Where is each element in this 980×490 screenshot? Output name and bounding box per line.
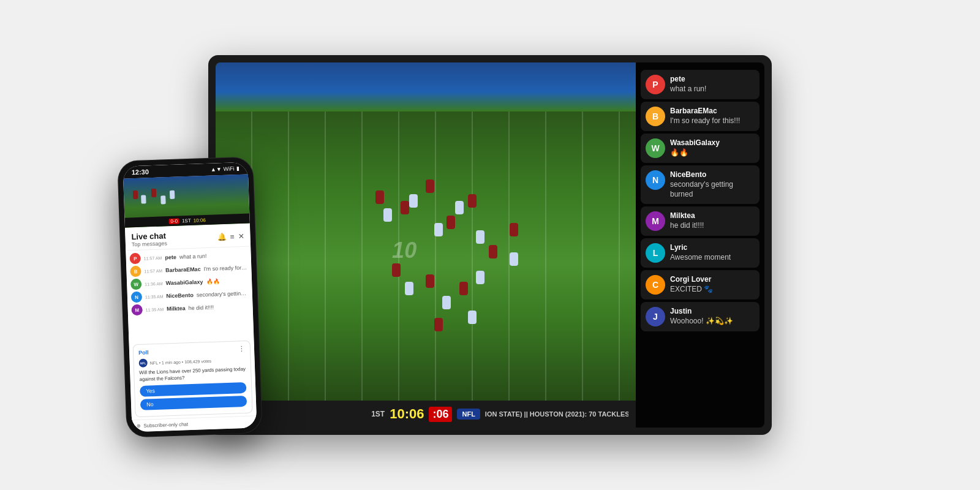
video-player-dot	[160, 195, 165, 204]
tv-avatar: B	[646, 107, 665, 126]
tv-msg-content: Lyric Awesome moment	[670, 243, 731, 263]
phone-chat-subtitle: Top messages	[132, 240, 167, 247]
tv-avatar: N	[646, 170, 665, 190]
tv-msg-text: I'm so ready for this!!!	[670, 116, 740, 126]
filter-icon[interactable]: ≡	[230, 232, 234, 241]
tv-msg-text: Awesome moment	[670, 253, 731, 263]
tv-msg-text: Woohooo! ✨💫✨	[670, 317, 733, 326]
poll-meta-text: NFL • 1 min ago • 108,429 votes	[150, 359, 212, 365]
player	[409, 194, 418, 208]
tv-msg-username: pete	[670, 75, 706, 83]
phone-period: 1ST	[182, 217, 191, 224]
subscriber-badge-icon: ⊛	[137, 423, 141, 429]
poll-meta: NFL NFL • 1 min ago • 108,429 votes	[138, 355, 245, 368]
phone-live-chat: Live chat Top messages 🔔 ≡ ✕ P 11:57 AM …	[125, 224, 257, 432]
phone-msg-user: pete	[165, 254, 176, 261]
tv-msg-username: Corgi Lover	[670, 275, 713, 284]
score-clock: :06	[429, 407, 452, 422]
phone-msg-time: 11:57 AM	[144, 255, 162, 260]
scene: 10	[61, 24, 919, 466]
tv-msg-content: Corgi Lover EXCITED 🐾	[670, 275, 713, 295]
tv-msg-username: Milktea	[670, 211, 704, 220]
tv-avatar: L	[646, 243, 665, 263]
tv-msg-content: Justin Woohooo! ✨💫✨	[670, 307, 733, 326]
player	[459, 282, 468, 295]
phone-frame: 12:30 ▲▼ WiFi ▮ 0-0	[118, 157, 262, 437]
phone-msg-text: secondary's getting burned	[197, 290, 249, 298]
phone-msg-user: Milktea	[167, 305, 186, 312]
poll-question: Will the Lions have over 250 yards passi…	[139, 366, 246, 383]
tv-msg-username: WasabiGalaxy	[670, 138, 720, 147]
tv-msg-content: WasabiGalaxy 🔥🔥	[670, 138, 720, 158]
poll-more-button[interactable]: ⋮	[238, 345, 245, 353]
tv-msg-text: secondary's getting burned	[670, 180, 755, 199]
tv-msg-content: Milktea he did it!!!!	[670, 211, 704, 231]
nfl-logo: NFL	[457, 409, 480, 420]
phone-msg-time: 11:35 AM	[145, 294, 164, 299]
wifi-icon: WiFi	[224, 165, 235, 172]
tv-chat-sidebar: P pete what a run! B BarbaraEMac I'm so …	[636, 62, 764, 428]
phone-msg-user: BarbaraEMac	[165, 266, 201, 273]
video-player-dot	[141, 195, 146, 203]
player	[442, 296, 451, 309]
player	[455, 201, 464, 214]
video-player-dot	[151, 189, 156, 197]
phone-msg-text: 🔥🔥	[206, 278, 219, 285]
phone-status-icons: ▲▼ WiFi ▮	[211, 165, 239, 173]
tv-msg-content: pete what a run!	[670, 75, 706, 94]
phone-avatar: B	[130, 266, 141, 277]
phone-msg-text: I'm so ready for this!!!	[203, 265, 247, 273]
subscriber-text: Subscriber-only chat	[143, 421, 188, 429]
nfl-badge: NFL	[138, 359, 147, 368]
phone-device: 12:30 ▲▼ WiFi ▮ 0-0	[118, 157, 262, 437]
tv-msg-text: EXCITED 🐾	[670, 285, 713, 295]
player	[510, 223, 518, 236]
phone-avatar: P	[129, 253, 141, 265]
tv-frame: 10	[208, 55, 772, 435]
tv-msg-content: BarbaraEMac I'm so ready for this!!!	[670, 107, 740, 126]
player	[383, 208, 392, 222]
poll-option-no[interactable]: No	[140, 396, 247, 410]
player	[426, 179, 434, 193]
tv-avatar: C	[646, 275, 665, 295]
tv-chat-message: J Justin Woohooo! ✨💫✨	[641, 302, 760, 331]
tv-msg-username: BarbaraEMac	[670, 107, 740, 115]
poll-header: Poll ⋮	[138, 345, 245, 356]
tv-chat-message: L Lyric Awesome moment	[641, 238, 760, 268]
tv-chat-message: W WasabiGalaxy 🔥🔥	[641, 134, 760, 163]
tv-msg-text: 🔥🔥	[670, 148, 720, 158]
tv-avatar: J	[646, 307, 665, 326]
phone-avatar: N	[131, 292, 143, 303]
player	[426, 274, 434, 288]
phone-score-indicator: 0-0	[168, 218, 179, 224]
player	[489, 245, 497, 258]
players-field	[216, 62, 636, 428]
battery-icon: ▮	[236, 165, 239, 172]
close-icon[interactable]: ✕	[238, 232, 244, 240]
video-player-dot	[133, 190, 138, 199]
player	[447, 216, 455, 229]
bell-icon[interactable]: 🔔	[217, 232, 226, 241]
chat-title-group: Live chat Top messages	[131, 231, 167, 247]
tv-screen: 10	[216, 62, 764, 428]
tv-chat-message: B BarbaraEMac I'm so ready for this!!!	[641, 102, 760, 131]
player	[434, 223, 443, 236]
player	[405, 282, 413, 295]
poll-option-yes[interactable]: Yes	[140, 382, 247, 397]
phone-avatar: M	[131, 304, 143, 316]
phone-msg-text: he did it!!!!	[189, 304, 214, 311]
tv-avatar: W	[646, 138, 665, 158]
tv-msg-text: he did it!!!!	[670, 221, 704, 231]
signal-icon: ▲▼	[211, 166, 222, 173]
player	[434, 318, 443, 331]
phone-msg-user: NiceBento	[166, 292, 194, 300]
phone-video-player[interactable]: 0-0 1ST 10:06	[123, 175, 250, 228]
phone-poll-card: Poll ⋮ NFL NFL • 1 min ago • 108,429 vot…	[133, 341, 253, 417]
player	[401, 201, 409, 214]
score-bar: 0 1ST 10:06 :06 NFL ION STATE) || HOUSTO…	[216, 401, 636, 428]
phone-messages-list: P 11:57 AM pete what a run! B 11:57 AM B…	[126, 246, 254, 342]
score-ticker: ION STATE) || HOUSTON (2021): 70 TACKLES…	[485, 410, 628, 418]
phone-msg-text: what a run!	[179, 253, 207, 260]
phone-time: 12:30	[132, 168, 149, 176]
football-field: 10	[216, 62, 636, 428]
